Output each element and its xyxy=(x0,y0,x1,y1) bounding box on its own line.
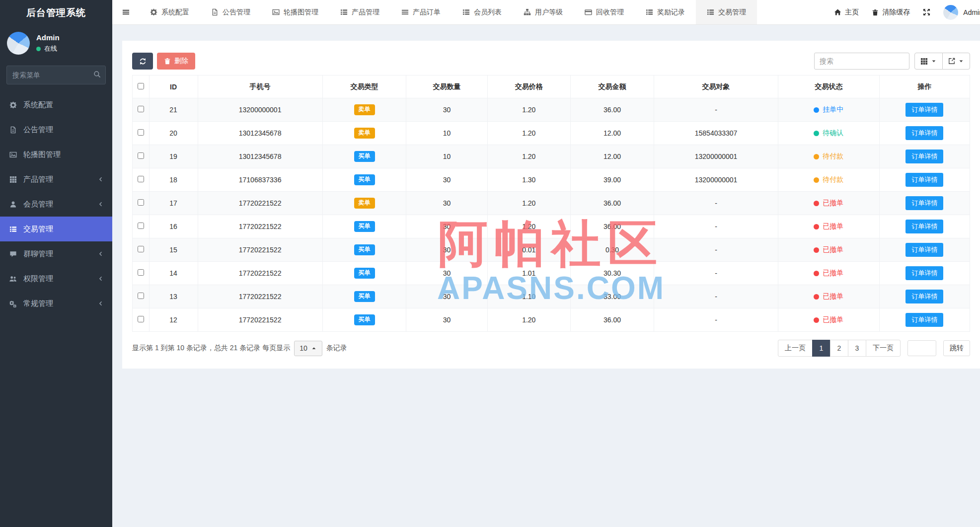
tab-product[interactable]: 产品管理 xyxy=(329,0,390,24)
row-checkbox-cell[interactable] xyxy=(133,145,150,168)
trade-type-badge: 买单 xyxy=(354,151,375,161)
row-checkbox-cell[interactable] xyxy=(133,168,150,192)
pagination-page-1[interactable]: 1 xyxy=(812,340,830,357)
column-header-7[interactable]: 交易状态 xyxy=(778,75,879,98)
tab-label: 回收管理 xyxy=(596,8,624,17)
sidebar-search xyxy=(6,66,106,84)
column-header-0[interactable]: ID xyxy=(149,75,198,98)
order-detail-button[interactable]: 订单详情 xyxy=(905,126,943,140)
tab-trade[interactable]: 交易管理 xyxy=(696,0,757,24)
tab-label: 产品订单 xyxy=(413,8,441,17)
column-header-1[interactable]: 手机号 xyxy=(198,75,322,98)
row-checkbox[interactable] xyxy=(138,152,144,159)
tab-notice[interactable]: 公告管理 xyxy=(200,0,261,24)
home-link[interactable]: 主页 xyxy=(834,8,859,17)
order-detail-button[interactable]: 订单详情 xyxy=(905,266,943,280)
row-checkbox-cell[interactable] xyxy=(133,192,150,215)
home-label: 主页 xyxy=(845,8,859,17)
table-search-input[interactable] xyxy=(814,53,909,70)
order-detail-button[interactable]: 订单详情 xyxy=(905,103,943,117)
sidebar-item-system-config[interactable]: 系统配置 xyxy=(0,92,112,117)
row-checkbox-cell[interactable] xyxy=(133,285,150,308)
tab-system-config[interactable]: 系统配置 xyxy=(139,0,200,24)
export-button[interactable] xyxy=(942,53,970,70)
sidebar-item-permission[interactable]: 权限管理 xyxy=(0,266,112,291)
cell-phone: 17720221522 xyxy=(198,285,322,308)
cell-trade-type: 买单 xyxy=(322,238,406,262)
row-checkbox-cell[interactable] xyxy=(133,262,150,285)
row-checkbox[interactable] xyxy=(138,293,144,299)
column-header-6[interactable]: 交易对象 xyxy=(654,75,778,98)
avatar[interactable] xyxy=(7,32,30,55)
cell-phone: 13200000001 xyxy=(198,98,322,122)
cell-target: - xyxy=(654,262,778,285)
order-detail-button[interactable]: 订单详情 xyxy=(905,173,943,187)
order-detail-button[interactable]: 订单详情 xyxy=(905,243,943,257)
row-checkbox[interactable] xyxy=(138,246,144,252)
sidebar-item-notice[interactable]: 公告管理 xyxy=(0,117,112,142)
sidebar-item-trade[interactable]: 交易管理 xyxy=(0,217,112,241)
page-jump-button[interactable]: 跳转 xyxy=(943,340,970,356)
hamburger-button[interactable] xyxy=(112,0,139,24)
tab-product-order[interactable]: 产品订单 xyxy=(390,0,452,24)
sidebar-item-label: 系统配置 xyxy=(23,100,53,110)
table-header-row: ID手机号交易类型交易数量交易价格交易金额交易对象交易状态操作 xyxy=(133,75,970,98)
order-detail-button[interactable]: 订单详情 xyxy=(905,150,943,163)
tab-reward[interactable]: 奖励记录 xyxy=(635,0,696,24)
page-size-select[interactable]: 10 xyxy=(294,341,322,356)
navbar-user-menu[interactable]: Admin xyxy=(943,5,980,20)
row-checkbox-cell[interactable] xyxy=(133,238,150,262)
row-checkbox[interactable] xyxy=(138,223,144,229)
row-checkbox-cell[interactable] xyxy=(133,98,150,122)
select-all-cell[interactable] xyxy=(133,75,150,98)
pagination-next[interactable]: 下一页 xyxy=(866,340,901,357)
row-checkbox-cell[interactable] xyxy=(133,215,150,238)
menu-search-input[interactable] xyxy=(6,66,106,84)
column-header-4[interactable]: 交易价格 xyxy=(487,75,570,98)
row-checkbox[interactable] xyxy=(138,106,144,112)
fullscreen-icon[interactable] xyxy=(923,8,930,16)
column-header-5[interactable]: 交易金额 xyxy=(570,75,654,98)
sidebar-item-group-chat[interactable]: 群聊管理 xyxy=(0,241,112,266)
row-checkbox[interactable] xyxy=(138,199,144,206)
row-checkbox[interactable] xyxy=(138,176,144,182)
cell-price: 1.20 xyxy=(487,215,570,238)
row-checkbox-cell[interactable] xyxy=(133,308,150,332)
tab-user-level[interactable]: 用户等级 xyxy=(513,0,574,24)
delete-button[interactable]: 删除 xyxy=(157,53,195,70)
order-detail-button[interactable]: 订单详情 xyxy=(905,290,943,303)
order-detail-button[interactable]: 订单详情 xyxy=(905,220,943,233)
tab-recycle[interactable]: 回收管理 xyxy=(574,0,635,24)
cell-amount: 39.00 xyxy=(570,168,654,192)
sidebar-item-general[interactable]: 常规管理 xyxy=(0,291,112,316)
pagination-page-2[interactable]: 2 xyxy=(830,340,848,357)
select-all-checkbox[interactable] xyxy=(138,83,144,89)
refresh-button[interactable] xyxy=(132,53,153,70)
columns-toggle-button[interactable] xyxy=(914,53,943,70)
table-row: 1417720221522买单301.0130.30-已撤单订单详情 xyxy=(133,262,970,285)
column-header-8[interactable]: 操作 xyxy=(879,75,970,98)
sidebar-item-banner[interactable]: 轮播图管理 xyxy=(0,142,112,167)
row-checkbox[interactable] xyxy=(138,316,144,322)
cell-phone: 17720221522 xyxy=(198,192,322,215)
cell-id: 18 xyxy=(149,168,198,192)
clear-cache-link[interactable]: 清除缓存 xyxy=(872,8,910,17)
pagination-prev[interactable]: 上一页 xyxy=(778,340,813,357)
row-checkbox[interactable] xyxy=(138,269,144,276)
sidebar-item-product[interactable]: 产品管理 xyxy=(0,167,112,192)
cell-action: 订单详情 xyxy=(879,238,970,262)
order-detail-button[interactable]: 订单详情 xyxy=(905,196,943,210)
pagination-page-3[interactable]: 3 xyxy=(848,340,866,357)
sidebar-item-member[interactable]: 会员管理 xyxy=(0,192,112,217)
order-detail-button[interactable]: 订单详情 xyxy=(905,313,943,327)
column-header-3[interactable]: 交易数量 xyxy=(406,75,488,98)
column-header-2[interactable]: 交易类型 xyxy=(322,75,406,98)
cell-phone: 17106837336 xyxy=(198,168,322,192)
row-checkbox[interactable] xyxy=(138,129,144,136)
row-checkbox-cell[interactable] xyxy=(133,122,150,145)
tab-member-list[interactable]: 会员列表 xyxy=(452,0,513,24)
page-jump-input[interactable] xyxy=(907,340,936,356)
tab-banner[interactable]: 轮播图管理 xyxy=(261,0,329,24)
user-panel: Admin 在线 xyxy=(0,26,112,62)
cell-price: 1.10 xyxy=(487,285,570,308)
